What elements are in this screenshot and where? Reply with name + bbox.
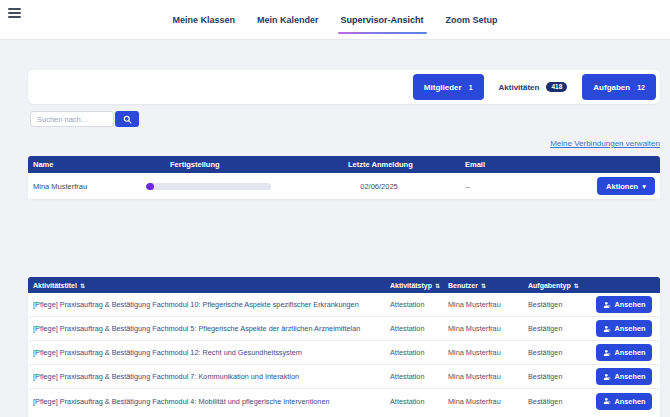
tab-zoom-setup[interactable]: Zoom Setup [446,0,498,40]
activity-type: Attestation [390,293,424,316]
activity-type: Attestation [390,341,424,364]
col-fertigstellung: Fertigstellung [170,156,220,173]
activity-user: Mina Musterfrau [448,317,501,340]
activity-row: [Pflege] Praxisauftrag & Bestätigung Fac… [28,365,660,389]
col-letzte-anmeldung: Letzte Anmeldung [348,156,413,173]
activity-type: Attestation [390,389,424,413]
supervisor-view-screen: Meine Klassen Mein Kalender Supervisor-A… [0,0,670,417]
activities-table-header: Aktivitätstitel⇅ Aktivitätstyp⇅ Benutzer… [28,277,660,293]
activity-task-type: Bestätigen [528,317,562,340]
activity-user: Mina Musterfrau [448,365,501,388]
search-button[interactable] [115,111,139,127]
activity-type: Attestation [390,365,424,388]
col-aktivitaetstitel[interactable]: Aktivitätstitel⇅ [33,277,85,293]
activity-row: [Pflege] Praxisauftrag & Bestätigung Fac… [28,389,660,413]
top-navbar: Meine Klassen Mein Kalender Supervisor-A… [0,0,670,40]
col-aktivitaetstyp[interactable]: Aktivitätstyp⇅ [390,277,440,293]
aktionen-label: Aktionen [606,182,638,191]
activity-user: Mina Musterfrau [448,293,501,316]
ansehen-label: Ansehen [615,372,646,381]
sort-icon: ⇅ [481,282,486,289]
search-input[interactable] [30,111,114,127]
person-view-icon [603,373,611,381]
sort-icon: ⇅ [435,282,440,289]
activity-title: [Pflege] Praxisauftrag & Bestätigung Fac… [33,365,299,388]
completion-progress-fill [146,183,154,190]
filter-bar: Mitglieder 1 Aktivitäten 418 Aufgaben 12 [28,70,660,104]
member-row: Mina Musterfrau 02/06/2025 -- Aktionen ▾ [28,173,660,199]
col-aufgabentyp[interactable]: Aufgabentyp⇅ [528,277,579,293]
activity-user: Mina Musterfrau [448,389,501,413]
activity-row: [Pflege] Praxisauftrag & Bestätigung Fac… [28,341,660,365]
person-view-icon [603,397,611,405]
col-name: Name [33,156,53,173]
tab-meine-klassen[interactable]: Meine Klassen [172,0,235,40]
activity-user: Mina Musterfrau [448,341,501,364]
ansehen-label: Ansehen [615,397,646,406]
activity-row: [Pflege] Praxisauftrag & Bestätigung Fac… [28,293,660,317]
members-table: Name Fertigstellung Letzte Anmeldung Ema… [28,156,660,199]
person-view-icon [603,301,611,309]
col-benutzer[interactable]: Benutzer⇅ [448,277,486,293]
completion-progress-bar [146,183,271,190]
aktivitaeten-label: Aktivitäten [499,83,540,92]
activities-table: Aktivitätstitel⇅ Aktivitätstyp⇅ Benutzer… [28,277,660,417]
aufgaben-tab-button[interactable]: Aufgaben 12 [582,74,656,100]
sort-icon: ⇅ [574,282,579,289]
activity-task-type: Bestätigen [528,341,562,364]
ansehen-button[interactable]: Ansehen [596,368,652,385]
member-email: -- [465,173,470,199]
col-benutzer-label: Benutzer [448,282,478,289]
caret-down-icon: ▾ [642,182,646,191]
ansehen-label: Ansehen [615,348,646,357]
nav-tabs: Meine Klassen Mein Kalender Supervisor-A… [0,0,670,40]
sort-icon: ⇅ [80,282,85,289]
aktionen-button[interactable]: Aktionen ▾ [597,177,655,195]
view-switch-buttons: Mitglieder 1 Aktivitäten 418 Aufgaben 12 [413,74,656,100]
col-aktivitaetstitel-label: Aktivitätstitel [33,282,77,289]
ansehen-label: Ansehen [615,300,646,309]
ansehen-label: Ansehen [615,324,646,333]
person-view-icon [603,325,611,333]
activity-title: [Pflege] Praxisauftrag & Bestätigung Fac… [33,317,360,340]
tab-mein-kalender[interactable]: Mein Kalender [257,0,319,40]
aufgaben-count: 12 [637,84,645,91]
ansehen-button[interactable]: Ansehen [596,296,652,313]
ansehen-button[interactable]: Ansehen [596,344,652,361]
col-aufgabentyp-label: Aufgabentyp [528,282,571,289]
member-last-login: 02/06/2025 [348,173,410,199]
ansehen-button[interactable]: Ansehen [596,393,652,410]
manage-connections-link[interactable]: Meine Verbindungen verwalten [550,139,660,148]
aktivitaeten-count-badge: 418 [546,82,567,93]
activity-task-type: Bestätigen [528,293,562,316]
activity-row: [Pflege] Praxisauftrag & Bestätigung Fac… [28,317,660,341]
col-email: Email [465,156,485,173]
member-name: Mina Musterfrau [33,173,87,199]
activity-type: Attestation [390,317,424,340]
search-icon [123,115,132,124]
tab-supervisor-ansicht[interactable]: Supervisor-Ansicht [341,0,424,40]
activity-title: [Pflege] Praxisauftrag & Bestätigung Fac… [33,293,359,316]
activity-task-type: Bestätigen [528,389,562,413]
activity-title: [Pflege] Praxisauftrag & Bestätigung Fac… [33,341,302,364]
person-view-icon [603,349,611,357]
ansehen-button[interactable]: Ansehen [596,320,652,337]
mitglieder-count: 1 [469,84,473,91]
filter-input-area[interactable] [28,70,458,104]
members-table-header: Name Fertigstellung Letzte Anmeldung Ema… [28,156,660,173]
activity-task-type: Bestätigen [528,365,562,388]
mitglieder-label: Mitglieder [424,83,462,92]
col-aktivitaetstyp-label: Aktivitätstyp [390,282,432,289]
activity-title: [Pflege] Praxisauftrag & Bestätigung Fac… [33,389,330,413]
aufgaben-label: Aufgaben [593,83,630,92]
mitglieder-tab-button[interactable]: Mitglieder 1 [413,74,484,100]
aktivitaeten-tab-button[interactable]: Aktivitäten 418 [488,74,579,100]
